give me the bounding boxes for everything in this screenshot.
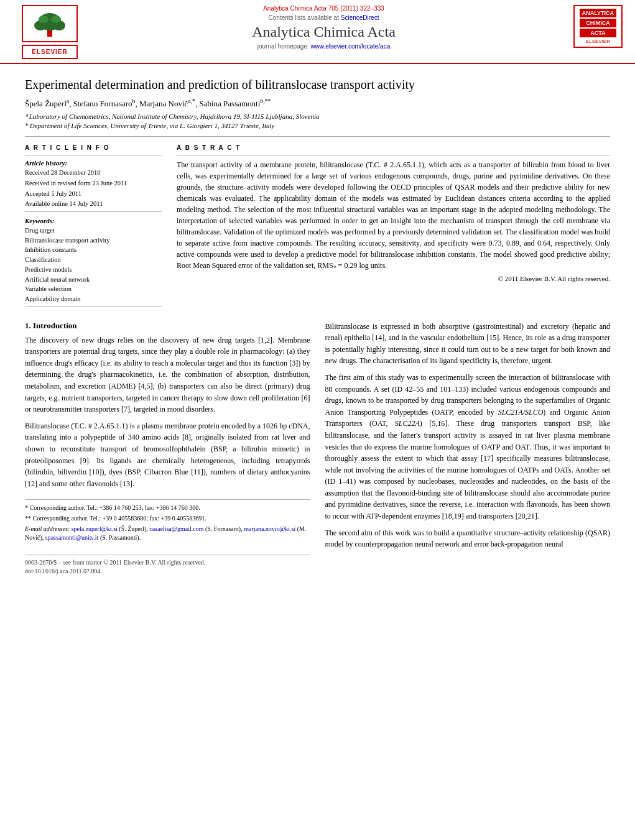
journal-title: Analytica Chimica Acta [100,24,548,40]
keyword-8: Applicability domain [25,295,162,304]
journal-logo-right: ANALYTICA CHIMICA ACTA ELSEVIER [560,5,623,48]
info-divider-bot [25,307,162,307]
keyword-4: Classification [25,256,162,265]
svg-point-5 [51,16,61,23]
title-divider [25,136,610,137]
keyword-2: Bilitranslocase transport activity [25,236,162,246]
email-stefano[interactable]: casaelisa@gmail.com [149,525,203,532]
authors-line: Špela Župerla, Stefano Fornasarob, Marja… [25,98,610,109]
keyword-5: Predictive models [25,265,162,275]
article-history-label: Article history: [25,159,162,167]
body-para-right-3: The second aim of this work was to build… [325,527,611,550]
article-info-label: A R T I C L E I N F O [25,144,162,151]
sciencedirect-label: Contents lists available at [269,14,339,21]
info-divider-top [25,155,162,155]
homepage-link[interactable]: www.elsevier.com/locate/aca [310,43,390,50]
body-col-left: 1. Introduction The discovery of new dru… [25,321,310,575]
body-col-right: Bilitranslocase is expressed in both abs… [325,321,611,575]
footnote-emails: E-mail addresses: spela.zuperl@ki.si (Š.… [25,525,310,542]
body-para-2: Bilitranslocase (T.C. # 2.A.65.1.1) is a… [25,420,310,490]
received-2: Received in revised form 23 June 2011 [25,179,162,188]
keyword-3: Inhibition constants [25,246,162,255]
abstract-text: The transport activity of a membrane pro… [177,159,610,271]
author-sabina: Sabina Passamonti [199,99,260,108]
sciencedirect-line: Contents lists available at ScienceDirec… [100,14,548,21]
article-info-col: A R T I C L E I N F O Article history: R… [25,144,162,310]
journal-homepage: journal homepage: www.elsevier.com/locat… [100,43,548,50]
body-para-1: The discovery of new drugs relies on the… [25,335,310,415]
journal-header: ELSEVIER Analytica Chimica Acta 705 (201… [0,0,635,64]
available-online: Available online 14 July 2011 [25,200,162,209]
body-para-right-2: The first aim of this study was to exper… [325,372,611,522]
sciencedirect-link[interactable]: ScienceDirect [341,14,379,21]
body-section: 1. Introduction The discovery of new dru… [25,321,610,575]
footnotes-area: * Corresponding author. Tel.: +386 14 76… [25,499,310,542]
received-1: Received 28 December 2010 [25,168,162,178]
elsevier-logo-area: ELSEVIER [12,5,87,59]
affiliation-a: ᵃ Laboratory of Chemometrics, National I… [25,113,610,121]
email-marjana[interactable]: marjana.novic@ki.si [244,525,295,532]
homepage-label: journal homepage: [257,43,309,50]
main-content: Experimental determination and predictio… [0,64,635,587]
abstract-col: A B S T R A C T The transport activity o… [177,144,610,310]
copyright-line: © 2011 Elsevier B.V. All rights reserved… [177,275,610,282]
elsevier-logo: ELSEVIER [22,45,78,59]
email-sabina[interactable]: spassamonti@units.it [45,534,99,541]
journal-center: Analytica Chimica Acta 705 (2011) 322–33… [87,5,560,50]
issn-text: 0003-2670/$ – see front matter © 2011 El… [25,559,205,566]
email-spela[interactable]: spela.zuperl@ki.si [72,525,118,532]
journal-ref: Analytica Chimica Acta 705 (2011) 322–33… [100,5,548,12]
abstract-label: A B S T R A C T [177,144,610,151]
accepted: Accepted 5 July 2011 [25,190,162,199]
doi-text: doi:10.1016/j.aca.2011.07.004 [25,568,310,575]
keyword-6: Artificial neural network [25,275,162,285]
body-para-right-1: Bilitranslocase is expressed in both abs… [325,321,611,367]
bottom-bar: 0003-2670/$ – see front matter © 2011 El… [25,555,310,566]
footnote-starstar: ** Corresponding author. Tel.: +39 0 405… [25,514,310,523]
author-spela: Špela Župerl [25,99,67,108]
footnote-star: * Corresponding author. Tel.: +386 14 76… [25,504,310,512]
keyword-1: Drug target [25,226,162,236]
info-abstract-section: A R T I C L E I N F O Article history: R… [25,144,610,310]
svg-point-4 [39,16,49,23]
elsevier-tree-icon [25,8,75,39]
affiliation-b: ᵇ Department of Life Sciences, Universit… [25,122,610,130]
keyword-7: Variable selection [25,285,162,294]
info-divider-mid [25,211,162,212]
intro-heading: 1. Introduction [25,321,310,331]
header-top-bar: ELSEVIER Analytica Chimica Acta 705 (201… [12,5,623,59]
keywords-label: Keywords: [25,217,162,224]
article-title: Experimental determination and predictio… [25,76,610,93]
author-marjana: Marjana Novič [139,99,188,108]
abstract-divider [177,155,610,155]
author-stefano: Stefano Fornasaro [73,99,132,108]
